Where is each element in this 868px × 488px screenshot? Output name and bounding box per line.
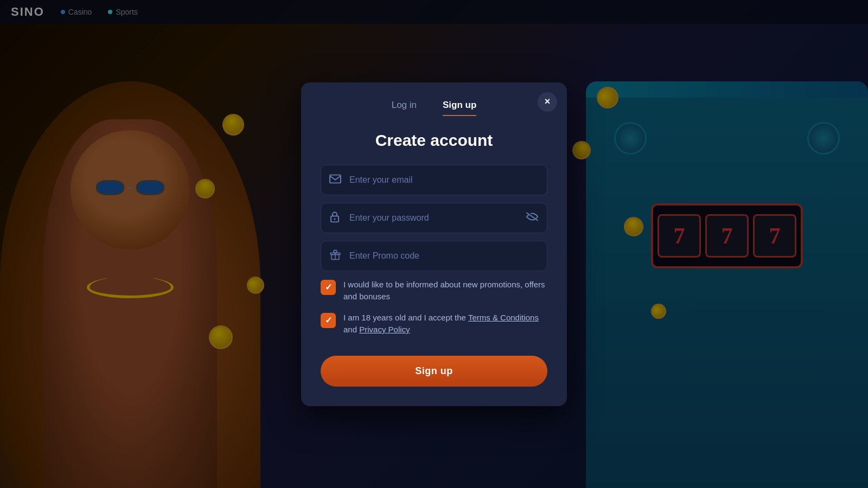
terms-label: I am 18 years old and I accept the Terms… [343, 312, 547, 336]
modal-overlay: × Log in Sign up Create account [0, 0, 868, 488]
promotions-checkbox[interactable]: ✓ [321, 280, 336, 295]
toggle-password-button[interactable] [526, 211, 539, 224]
signup-modal: × Log in Sign up Create account [301, 82, 567, 406]
terms-checkbox-group: ✓ I am 18 years old and I accept the Ter… [321, 312, 547, 336]
close-icon: × [545, 96, 551, 107]
email-input-group [321, 165, 547, 195]
checkmark-icon-2: ✓ [325, 315, 332, 325]
terms-link[interactable]: Terms & Conditions [468, 313, 539, 322]
email-input[interactable] [321, 165, 547, 195]
terms-checkbox[interactable]: ✓ [321, 313, 336, 328]
eye-slash-icon [526, 211, 539, 223]
promotions-checkbox-group: ✓ I would like to be informed about new … [321, 279, 547, 303]
gift-icon [329, 248, 341, 263]
lock-icon [329, 210, 340, 225]
terms-label-before: I am 18 years old and I accept the [343, 313, 468, 322]
privacy-link[interactable]: Privacy Policy [359, 325, 410, 334]
tab-signup[interactable]: Sign up [443, 100, 476, 116]
modal-tabs: Log in Sign up [321, 100, 547, 116]
close-button[interactable]: × [538, 92, 557, 112]
password-input-group [321, 203, 547, 233]
promo-input-group [321, 241, 547, 271]
signup-button[interactable]: Sign up [321, 356, 547, 387]
password-input[interactable] [321, 203, 547, 233]
promo-input[interactable] [321, 241, 547, 271]
checkmark-icon: ✓ [325, 282, 332, 292]
terms-label-between: and [343, 325, 359, 334]
promotions-label: I would like to be informed about new pr… [343, 279, 547, 303]
svg-point-2 [334, 218, 336, 220]
tab-login[interactable]: Log in [392, 100, 417, 116]
modal-title: Create account [321, 131, 547, 150]
envelope-icon [329, 174, 341, 186]
svg-rect-0 [330, 175, 341, 183]
